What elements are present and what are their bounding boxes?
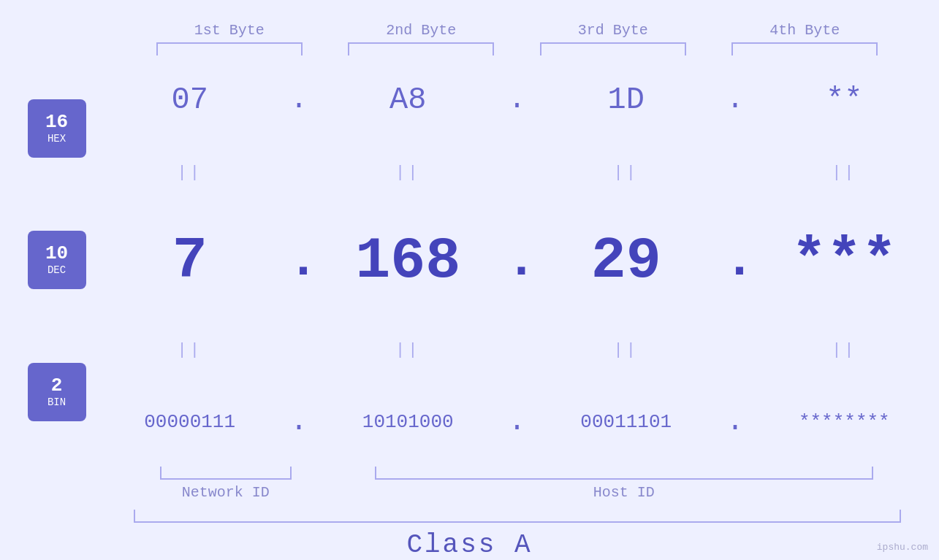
hex-dot2: .: [506, 83, 528, 116]
hex-dot3: .: [724, 83, 746, 116]
equals-row-1: || || || ||: [104, 164, 930, 182]
bin-b4: ********: [771, 411, 917, 433]
eq1-b4: ||: [771, 164, 917, 182]
bin-badge: 2 BIN: [28, 363, 86, 421]
eq2-b4: ||: [771, 341, 917, 359]
top-bracket-2: [348, 42, 494, 55]
hex-b4: **: [771, 83, 917, 118]
bottom-brackets-area: Network ID Host ID: [134, 467, 901, 501]
hex-row: 07 . A8 . 1D . **: [104, 83, 930, 118]
class-bracket-container: [134, 510, 901, 523]
hex-b3: 1D: [553, 83, 699, 118]
eq1-b2: ||: [335, 164, 481, 182]
bin-b3: 00011101: [553, 411, 699, 433]
eq2-b3: ||: [553, 341, 699, 359]
byte4-header: 4th Byte: [731, 22, 878, 39]
dec-badge: 10 DEC: [28, 231, 86, 289]
content-area: 16 HEX 10 DEC 2 BIN 07 . A8 . 1D . **: [9, 55, 930, 465]
hex-b2: A8: [335, 83, 481, 118]
top-bracket-1: [156, 42, 303, 55]
equals-row-2: || || || ||: [104, 341, 930, 359]
watermark: ipshu.com: [877, 542, 928, 553]
bin-b2: 10101000: [335, 411, 481, 433]
top-bracket-4: [731, 42, 878, 55]
host-id-label: Host ID: [593, 484, 655, 501]
top-brackets-row: [134, 42, 901, 55]
bin-badge-label: BIN: [47, 396, 66, 408]
network-bottom-bracket: [160, 467, 292, 480]
dec-b4: ***: [771, 228, 917, 294]
eq1-b3: ||: [553, 164, 699, 182]
class-label: Class A: [406, 530, 532, 560]
hex-dot1: .: [288, 83, 310, 116]
badges-column: 16 HEX 10 DEC 2 BIN: [9, 55, 104, 465]
dec-row: 7 . 168 . 29 . ***: [104, 228, 930, 294]
dec-b1: 7: [117, 228, 263, 294]
dec-badge-label: DEC: [47, 264, 66, 276]
byte-headers-row: 1st Byte 2nd Byte 3rd Byte 4th Byte: [134, 0, 901, 39]
dec-badge-num: 10: [45, 244, 68, 263]
hex-badge-num: 16: [45, 112, 68, 131]
hex-badge: 16 HEX: [28, 99, 86, 158]
top-bracket-3: [540, 42, 686, 55]
network-bracket-area: Network ID: [134, 467, 319, 501]
byte2-header: 2nd Byte: [348, 22, 494, 39]
bin-b1: 00000111: [117, 411, 263, 433]
dec-b2: 168: [335, 228, 481, 294]
dec-b3: 29: [553, 228, 699, 294]
bin-dot3: .: [724, 405, 746, 438]
host-bottom-bracket: [375, 467, 873, 480]
class-label-row: Class A: [0, 530, 939, 560]
main-container: 1st Byte 2nd Byte 3rd Byte 4th Byte 16 H…: [0, 0, 939, 560]
hex-badge-label: HEX: [47, 133, 66, 145]
eq2-b2: ||: [335, 341, 481, 359]
host-bracket-area: Host ID: [347, 467, 901, 501]
bin-dot2: .: [506, 405, 528, 438]
bin-row: 00000111 . 10101000 . 00011101 . *******…: [104, 405, 930, 438]
dec-dot1: .: [288, 232, 310, 290]
byte3-header: 3rd Byte: [540, 22, 686, 39]
dec-dot3: .: [724, 232, 746, 290]
eq1-b1: ||: [117, 164, 263, 182]
bin-badge-num: 2: [51, 376, 63, 395]
eq2-b1: ||: [117, 341, 263, 359]
dec-dot2: .: [506, 232, 528, 290]
values-area: 07 . A8 . 1D . ** || || || || 7 .: [104, 55, 930, 465]
class-bottom-bracket: [134, 510, 901, 523]
bin-dot1: .: [288, 405, 310, 438]
byte1-header: 1st Byte: [156, 22, 303, 39]
network-id-label: Network ID: [182, 484, 270, 501]
hex-b1: 07: [117, 83, 263, 118]
